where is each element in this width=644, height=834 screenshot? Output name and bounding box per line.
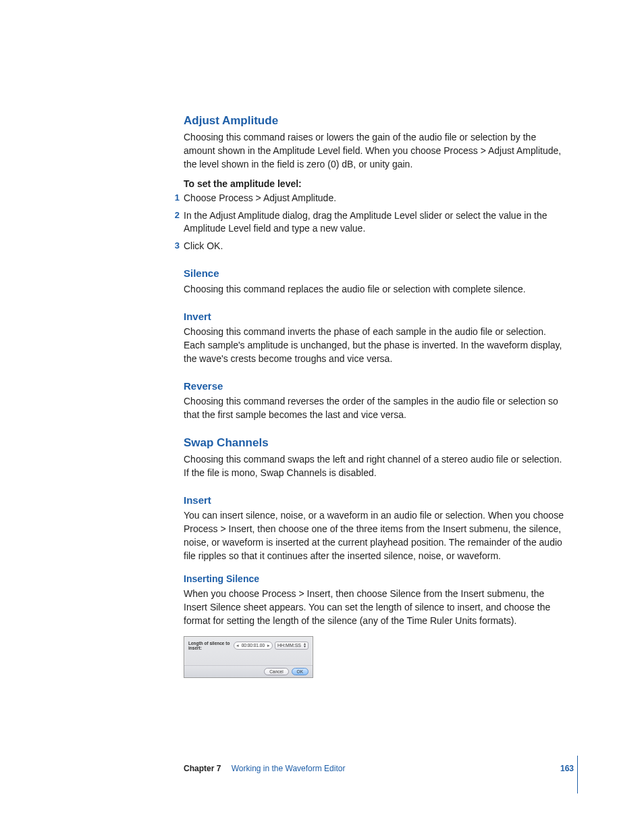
chevron-right-icon[interactable]: ▸: [267, 643, 271, 648]
heading-inserting-silence: Inserting Silence: [184, 573, 568, 585]
dialog-length-label: Length of silence to insert:: [188, 641, 232, 650]
heading-insert: Insert: [184, 494, 568, 507]
format-value: HH:MM:SS: [277, 643, 301, 648]
updown-icon: ▴▾: [304, 643, 306, 648]
section-adjust-amplitude: Adjust Amplitude Choosing this command r…: [184, 113, 568, 253]
heading-reverse: Reverse: [184, 380, 568, 393]
step-text: Choose Process > Adjust Amplitude.: [184, 192, 568, 205]
step-number: 3: [167, 240, 180, 252]
body-inserting-silence: When you choose Process > Insert, then c…: [184, 588, 568, 628]
section-insert: Insert You can insert silence, noise, or…: [184, 494, 568, 678]
body-swap-channels: Choosing this command swaps the left and…: [184, 453, 568, 480]
heading-silence: Silence: [184, 267, 568, 280]
heading-adjust-amplitude: Adjust Amplitude: [184, 113, 568, 128]
step-2: 2 In the Adjust Amplitude dialog, drag t…: [184, 209, 568, 236]
length-stepper[interactable]: ◂ 00:00:01.00 ▸: [234, 642, 273, 650]
body-reverse: Choosing this command reverses the order…: [184, 395, 568, 422]
step-text: Click OK.: [184, 240, 568, 253]
page-footer: Chapter 7 Working in the Waveform Editor…: [184, 764, 574, 773]
page-number: 163: [560, 764, 574, 773]
body-insert: You can insert silence, noise, or a wave…: [184, 509, 568, 563]
footer-rule: [577, 756, 578, 793]
step-1: 1 Choose Process > Adjust Amplitude.: [184, 192, 568, 205]
step-3: 3 Click OK.: [184, 240, 568, 253]
length-value: 00:00:01.00: [240, 643, 267, 648]
task-heading-amplitude: To set the amplitude level:: [184, 178, 568, 189]
format-dropdown[interactable]: HH:MM:SS ▴▾: [275, 642, 308, 650]
section-swap-channels: Swap Channels Choosing this command swap…: [184, 436, 568, 480]
body-adjust-amplitude: Choosing this command raises or lowers t…: [184, 131, 568, 172]
heading-invert: Invert: [184, 310, 568, 323]
ok-button[interactable]: OK: [292, 668, 308, 675]
chapter-title: Working in the Waveform Editor: [232, 764, 346, 773]
section-reverse: Reverse Choosing this command reverses t…: [184, 380, 568, 422]
cancel-button[interactable]: Cancel: [264, 668, 288, 675]
step-text: In the Adjust Amplitude dialog, drag the…: [184, 209, 568, 236]
chapter-label: Chapter 7: [184, 764, 221, 773]
insert-silence-dialog: Length of silence to insert: ◂ 00:00:01.…: [184, 636, 313, 678]
section-invert: Invert Choosing this command inverts the…: [184, 310, 568, 366]
body-silence: Choosing this command replaces the audio…: [184, 283, 568, 296]
step-number: 2: [167, 209, 180, 221]
body-invert: Choosing this command inverts the phase …: [184, 325, 568, 366]
heading-swap-channels: Swap Channels: [184, 436, 568, 450]
section-silence: Silence Choosing this command replaces t…: [184, 267, 568, 296]
step-number: 1: [167, 192, 180, 204]
